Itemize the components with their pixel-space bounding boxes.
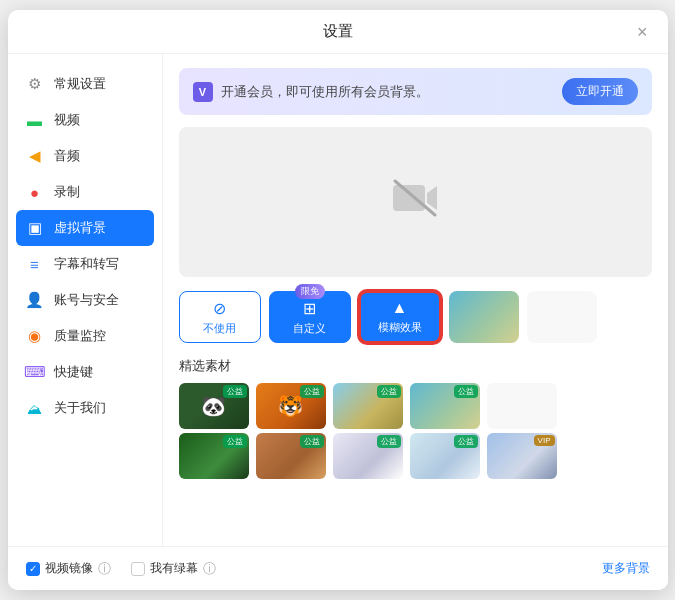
bottom-bar: ✓ 视频镜像 ⓘ 我有绿幕 ⓘ 更多背景 <box>8 546 668 590</box>
sidebar-item-about[interactable]: ⛰ 关于我们 <box>8 390 162 426</box>
effect-buttons-row: ⊘ 不使用 限免 ⊞ 自定义 ▲ 模糊效果 <box>179 291 652 343</box>
sidebar-item-quality[interactable]: ◉ 质量监控 <box>8 318 162 354</box>
green-screen-info-icon[interactable]: ⓘ <box>203 560 216 578</box>
thumb-badge-prairie: 公益 <box>377 385 401 398</box>
sidebar-item-subtitle[interactable]: ≡ 字幕和转写 <box>8 246 162 282</box>
effect-btn-no-use[interactable]: ⊘ 不使用 <box>179 291 261 343</box>
nav-icon-video: ▬ <box>26 111 44 129</box>
title-bar: 设置 × <box>8 10 668 54</box>
camera-preview <box>179 127 652 277</box>
nav-icon-quality: ◉ <box>26 327 44 345</box>
custom-icon: ⊞ <box>303 299 316 318</box>
sidebar-label-general: 常规设置 <box>54 75 106 93</box>
vip-banner-text: 开通会员，即可使用所有会员背景。 <box>221 83 429 101</box>
dialog-title: 设置 <box>323 22 353 41</box>
thumbnail-tiger[interactable]: 🐯公益 <box>256 383 326 429</box>
thumb-badge-jungle: 公益 <box>223 435 247 448</box>
nav-icon-subtitle: ≡ <box>26 255 44 273</box>
settings-dialog: 设置 × ⚙ 常规设置 ▬ 视频 ◀ 音频 ● 录制 ▣ 虚拟背景 ≡ 字幕和转… <box>8 10 668 590</box>
thumb-badge-vip-room: VIP <box>534 435 555 446</box>
custom-badge: 限免 <box>295 284 325 299</box>
nav-icon-account: 👤 <box>26 291 44 309</box>
blur-icon: ▲ <box>392 299 408 317</box>
sidebar-label-about: 关于我们 <box>54 399 106 417</box>
nav-icon-vbg: ▣ <box>26 219 44 237</box>
effect-btn-custom[interactable]: 限免 ⊞ 自定义 <box>269 291 351 343</box>
sidebar-item-audio[interactable]: ◀ 音频 <box>8 138 162 174</box>
sidebar-item-general[interactable]: ⚙ 常规设置 <box>8 66 162 102</box>
section-title: 精选素材 <box>179 357 652 375</box>
sidebar-label-record: 录制 <box>54 183 80 201</box>
green-screen-check-box[interactable] <box>131 562 145 576</box>
no-use-label: 不使用 <box>203 321 236 336</box>
bottom-left: ✓ 视频镜像 ⓘ 我有绿幕 ⓘ <box>26 560 216 578</box>
thumbnail-office[interactable]: 公益 <box>333 433 403 479</box>
vip-banner: V 开通会员，即可使用所有会员背景。 立即开通 <box>179 68 652 115</box>
vip-open-button[interactable]: 立即开通 <box>562 78 638 105</box>
green-screen-label: 我有绿幕 <box>150 560 198 577</box>
svg-rect-0 <box>393 185 425 211</box>
sidebar-label-quality: 质量监控 <box>54 327 106 345</box>
sidebar: ⚙ 常规设置 ▬ 视频 ◀ 音频 ● 录制 ▣ 虚拟背景 ≡ 字幕和转写 👤 账… <box>8 54 163 546</box>
custom-label: 自定义 <box>293 321 326 336</box>
video-mirror-label: 视频镜像 <box>45 560 93 577</box>
video-mirror-checkbox[interactable]: ✓ 视频镜像 ⓘ <box>26 560 111 578</box>
thumbnail-beach[interactable]: 公益 <box>410 383 480 429</box>
green-screen-checkbox[interactable]: 我有绿幕 ⓘ <box>131 560 216 578</box>
sidebar-label-account: 账号与安全 <box>54 291 119 309</box>
thumbnail-prairie[interactable]: 公益 <box>333 383 403 429</box>
content-area: ⚙ 常规设置 ▬ 视频 ◀ 音频 ● 录制 ▣ 虚拟背景 ≡ 字幕和转写 👤 账… <box>8 54 668 546</box>
thumbnail-panda[interactable]: 🐼公益 <box>179 383 249 429</box>
sidebar-item-vbg[interactable]: ▣ 虚拟背景 <box>16 210 154 246</box>
thumb-badge-beach: 公益 <box>454 385 478 398</box>
thumb-badge-tiger: 公益 <box>300 385 324 398</box>
nav-icon-record: ● <box>26 183 44 201</box>
vip-banner-left: V 开通会员，即可使用所有会员背景。 <box>193 82 429 102</box>
thumbnails-row-2: 公益公益公益公益VIP <box>179 433 652 479</box>
sidebar-label-vbg: 虚拟背景 <box>54 219 106 237</box>
sidebar-label-subtitle: 字幕和转写 <box>54 255 119 273</box>
sidebar-item-record[interactable]: ● 录制 <box>8 174 162 210</box>
nav-icon-shortcut: ⌨ <box>26 363 44 381</box>
sidebar-item-account[interactable]: 👤 账号与安全 <box>8 282 162 318</box>
more-backgrounds-link[interactable]: 更多背景 <box>602 560 650 577</box>
blur-label: 模糊效果 <box>378 320 422 335</box>
thumbnail-white[interactable] <box>487 383 557 429</box>
nav-icon-about: ⛰ <box>26 399 44 417</box>
thumb-badge-panda: 公益 <box>223 385 247 398</box>
nav-icon-audio: ◀ <box>26 147 44 165</box>
thumbnails-row-1: 🐼公益🐯公益公益公益 <box>179 383 652 429</box>
thumbnail-vip-room[interactable]: VIP <box>487 433 557 479</box>
close-button[interactable]: × <box>633 19 652 45</box>
thumb-badge-desert: 公益 <box>300 435 324 448</box>
sidebar-item-video[interactable]: ▬ 视频 <box>8 102 162 138</box>
effect-btn-blur[interactable]: ▲ 模糊效果 <box>359 291 441 343</box>
sidebar-item-shortcut[interactable]: ⌨ 快捷键 <box>8 354 162 390</box>
thumb-badge-room: 公益 <box>454 435 478 448</box>
video-mirror-info-icon[interactable]: ⓘ <box>98 560 111 578</box>
effect-thumb-white[interactable] <box>527 291 597 343</box>
sidebar-label-shortcut: 快捷键 <box>54 363 93 381</box>
thumbnail-jungle[interactable]: 公益 <box>179 433 249 479</box>
sidebar-label-video: 视频 <box>54 111 80 129</box>
vip-icon: V <box>193 82 213 102</box>
thumbnail-desert[interactable]: 公益 <box>256 433 326 479</box>
nav-icon-general: ⚙ <box>26 75 44 93</box>
thumbnail-room[interactable]: 公益 <box>410 433 480 479</box>
thumb-badge-office: 公益 <box>377 435 401 448</box>
camera-off-icon <box>391 179 439 226</box>
no-use-icon: ⊘ <box>213 299 226 318</box>
checkmark-icon: ✓ <box>29 563 37 574</box>
main-panel: V 开通会员，即可使用所有会员背景。 立即开通 ⊘ <box>163 54 668 546</box>
effect-thumb-beach[interactable] <box>449 291 519 343</box>
video-mirror-check-box[interactable]: ✓ <box>26 562 40 576</box>
sidebar-label-audio: 音频 <box>54 147 80 165</box>
